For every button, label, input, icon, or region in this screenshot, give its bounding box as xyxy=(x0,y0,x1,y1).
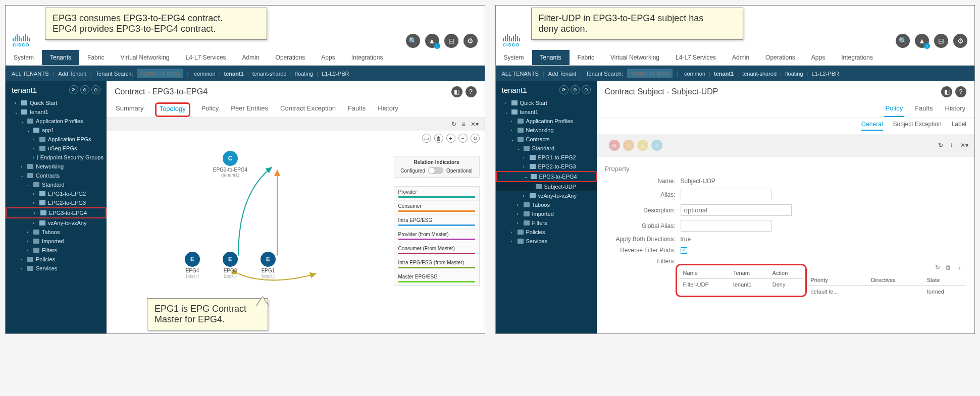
menu-item-integrations[interactable]: Integrations xyxy=(833,50,881,65)
feedback-icon[interactable]: ⊟ xyxy=(444,34,458,48)
alias-input[interactable] xyxy=(681,189,771,200)
menu-item-system[interactable]: System xyxy=(6,50,42,65)
tree-item-filters[interactable]: ›Filters xyxy=(6,246,107,255)
subtab-label[interactable]: Label xyxy=(952,121,966,131)
tree-item-standard[interactable]: ⌄Standard xyxy=(496,144,597,153)
topo-save-icon[interactable]: ▭ xyxy=(422,134,431,143)
tree-item-application-epgs[interactable]: ›Application EPGs xyxy=(6,135,107,144)
subtab-subject-exception[interactable]: Subject Exception xyxy=(893,121,942,131)
menu-item-l4-l7-services[interactable]: L4-L7 Services xyxy=(667,50,724,65)
menu-item-apps[interactable]: Apps xyxy=(803,50,833,65)
sb-icon-3[interactable]: ⊙ xyxy=(91,85,100,94)
desc-input[interactable] xyxy=(681,204,792,216)
menu-item-operations[interactable]: Operations xyxy=(268,50,314,65)
tree-item-tenant1[interactable]: ⌄tenant1 xyxy=(496,107,597,117)
bookmark-icon[interactable]: ◧ xyxy=(451,86,462,97)
tree-item-quick-start[interactable]: ›Quick Start xyxy=(496,98,597,107)
topo-trash-icon[interactable]: 🗑 xyxy=(434,134,443,143)
tree-item-tenant1[interactable]: ⌄tenant1 xyxy=(6,107,107,117)
node-contract[interactable]: C xyxy=(223,151,238,166)
tab-policy[interactable]: Policy xyxy=(200,102,220,117)
col-name[interactable]: Name xyxy=(679,267,729,279)
chip-minor-icon[interactable]: △ xyxy=(637,140,648,151)
refresh-icon[interactable]: ↻ xyxy=(451,121,456,128)
tree-item-services[interactable]: ›Services xyxy=(496,237,597,246)
rev-checkbox[interactable] xyxy=(681,247,687,254)
tree-item-networking[interactable]: ›Networking xyxy=(6,162,107,171)
tree-item-useg-epgs[interactable]: ›uSeg EPGs xyxy=(6,144,107,153)
node-epg4[interactable]: E xyxy=(185,252,200,267)
tree-item-services[interactable]: ›Services xyxy=(6,264,107,273)
col-state[interactable]: State xyxy=(923,274,966,286)
tree-item-filters[interactable]: ›Filters xyxy=(496,218,597,228)
sb-icon-2[interactable]: ⊖ xyxy=(80,85,89,94)
tenant-link-floating[interactable]: floating xyxy=(295,71,313,77)
tenant-link-tenant1[interactable]: tenant1 xyxy=(714,71,734,77)
rel-toggle[interactable] xyxy=(428,167,443,174)
gear-icon-r[interactable]: ⚙ xyxy=(953,34,967,48)
menu-item-virtual-networking[interactable]: Virtual Networking xyxy=(602,50,667,65)
tenant-link-common[interactable]: common xyxy=(194,71,215,77)
tenant-link-common[interactable]: common xyxy=(684,71,705,77)
tree-item-quick-start[interactable]: ›Quick Start xyxy=(6,98,107,107)
tree-item-imported[interactable]: ›Imported xyxy=(6,237,107,246)
tab-faults[interactable]: Faults xyxy=(914,102,934,117)
all-tenants-link-r[interactable]: ALL TENANTS xyxy=(502,71,539,77)
add-tenant-link-r[interactable]: Add Tenant xyxy=(548,71,576,77)
tree-item-vzany-to-vzany[interactable]: ›vzAny-to-vzAny xyxy=(6,218,107,228)
tree-item-networking[interactable]: ›Networking xyxy=(496,126,597,135)
tab-history[interactable]: History xyxy=(377,102,399,117)
tab-peer-entities[interactable]: Peer Entities xyxy=(230,102,269,117)
menu-item-l4-l7-services[interactable]: L4-L7 Services xyxy=(178,50,234,65)
alert-icon-r[interactable]: ▲ xyxy=(915,34,929,48)
table-row-ext[interactable]: default le... formed xyxy=(807,286,967,298)
tenant-link-tenant-shared[interactable]: tenant-shared xyxy=(742,71,777,77)
galias-input[interactable] xyxy=(681,220,771,232)
tenant-link-L1-L2-PBR[interactable]: L1-L2-PBR xyxy=(812,71,839,77)
tab-topology[interactable]: Topology xyxy=(155,102,190,117)
download-icon[interactable]: ⤓ xyxy=(949,142,954,149)
tree-item-contracts[interactable]: ⌄Contracts xyxy=(496,135,597,144)
tab-summary[interactable]: Summary xyxy=(115,102,145,117)
feedback-icon-r[interactable]: ⊟ xyxy=(934,34,948,48)
tab-contract-exception[interactable]: Contract Exception xyxy=(279,102,337,117)
tools-icon-r[interactable]: ✕▾ xyxy=(960,142,968,149)
sb-icon-3-r[interactable]: ⊙ xyxy=(582,85,591,94)
chip-info-icon[interactable]: ○ xyxy=(651,140,662,151)
tree-item-epg2-to-epg3[interactable]: ›EPG2-to-EPG3 xyxy=(6,198,107,207)
filter-trash-icon[interactable]: 🗑 xyxy=(945,264,951,272)
gear-icon[interactable]: ⚙ xyxy=(463,34,478,48)
tree-item-contracts[interactable]: ⌄Contracts xyxy=(6,171,107,180)
menu-item-fabric[interactable]: Fabric xyxy=(570,50,602,65)
sb-icon-1[interactable]: ⟳ xyxy=(69,85,78,94)
bookmark-icon-r[interactable]: ◧ xyxy=(941,86,952,97)
tree-item-taboos[interactable]: ›Taboos xyxy=(496,200,597,209)
tree-item-epg1-to-epg2[interactable]: ›EPG1-to-EPG2 xyxy=(6,189,107,198)
tree-item-application-profiles[interactable]: ›Application Profiles xyxy=(496,117,597,126)
chip-critical-icon[interactable]: ⊘ xyxy=(609,140,620,151)
tree-item-endpoint-security-groups[interactable]: ›Endpoint Security Groups xyxy=(6,153,107,162)
tree-item-imported[interactable]: ›Imported xyxy=(496,209,597,218)
tenant-link-L1-L2-PBR[interactable]: L1-L2-PBR xyxy=(322,71,349,77)
menu-item-admin[interactable]: Admin xyxy=(234,50,268,65)
col-action[interactable]: Action xyxy=(768,267,803,279)
refresh-icon-r[interactable]: ↻ xyxy=(938,142,943,149)
tree-item-policies[interactable]: ›Policies xyxy=(496,228,597,237)
search-icon-r[interactable]: 🔍 xyxy=(896,34,910,48)
tenant-link-floating[interactable]: floating xyxy=(785,71,803,77)
sb-icon-2-r[interactable]: ⊖ xyxy=(571,85,580,94)
tree-item-epg1-to-epg2[interactable]: ›EPG1-to-EPG2 xyxy=(496,153,597,162)
tab-faults[interactable]: Faults xyxy=(347,102,367,117)
menu-item-system[interactable]: System xyxy=(496,50,532,65)
zoom-out-icon[interactable]: − xyxy=(458,134,468,143)
topo-refresh-icon[interactable]: ↻ xyxy=(471,134,480,143)
tenant-link-tenant-shared[interactable]: tenant-shared xyxy=(252,71,287,77)
subtab-general[interactable]: General xyxy=(861,121,883,131)
filter-refresh-icon[interactable]: ↻ xyxy=(935,264,940,272)
col-directives[interactable]: Directives xyxy=(867,274,922,286)
tree-item-subject-udp[interactable]: Subject-UDP xyxy=(496,182,597,191)
col-tenant[interactable]: Tenant xyxy=(729,267,768,279)
tree-item-policies[interactable]: ›Policies xyxy=(6,255,107,264)
tree-item-application-profiles[interactable]: ⌄Application Profiles xyxy=(6,117,107,126)
menu-item-virtual-networking[interactable]: Virtual Networking xyxy=(112,50,177,65)
